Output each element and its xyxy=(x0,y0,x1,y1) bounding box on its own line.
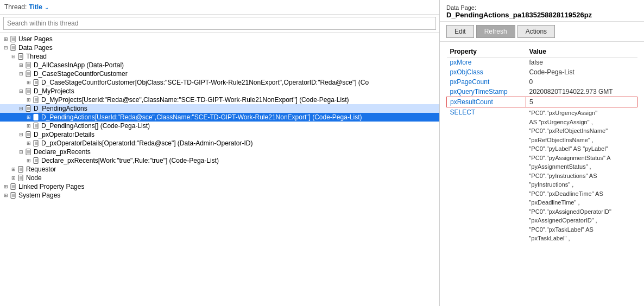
tree-item-label: D_PendingActions xyxy=(34,105,87,112)
tree-item-label: Requestor xyxy=(26,165,56,173)
data-page-name: D_PendingActions_pa1835258828119526pz xyxy=(446,11,637,19)
refresh-button[interactable]: Refresh xyxy=(476,25,515,38)
col-property: Property xyxy=(447,46,526,58)
tree-item-d-myprojects[interactable]: ⊟ D_MyProjects xyxy=(0,87,439,95)
tree-item-label: D_pxOperatorDetails xyxy=(34,131,94,138)
prop-value: 0 xyxy=(526,77,637,87)
expand-icon[interactable]: ⊟ xyxy=(17,131,25,138)
page-icon xyxy=(33,157,40,164)
tree-item-d-pendingactions-arr[interactable]: ⊞ D_PendingActions[] (Code-Pega-List) xyxy=(0,122,439,130)
tree-item-thread[interactable]: ⊟ Thread xyxy=(0,52,439,61)
prop-name: pxQueryTimeStamp xyxy=(447,87,526,97)
prop-value: 5 xyxy=(526,97,637,107)
expand-icon[interactable]: ⊟ xyxy=(17,105,25,112)
page-icon xyxy=(10,183,17,190)
expand-icon[interactable]: ⊞ xyxy=(25,96,33,104)
prop-link[interactable]: SELECT xyxy=(450,109,476,116)
prop-link[interactable]: pxObjClass xyxy=(450,68,483,76)
tree-item-linked-pages[interactable]: ⊞ Linked Property Pages xyxy=(0,182,439,191)
prop-value: false xyxy=(526,58,637,68)
expand-icon[interactable]: ⊟ xyxy=(17,148,25,156)
page-icon xyxy=(25,131,33,138)
tree-item-label: Node xyxy=(26,174,42,182)
expand-icon[interactable]: ⊞ xyxy=(25,113,33,121)
thread-title-link[interactable]: Title xyxy=(29,3,42,11)
tree-item-d-pxoperator-child[interactable]: ⊞ D_pxOperatorDetails[OperatorId:"Reda@s… xyxy=(0,139,439,148)
page-icon xyxy=(10,44,17,52)
prop-link[interactable]: pxPageCount xyxy=(450,78,490,86)
page-icon xyxy=(25,61,33,69)
prop-value: 20200820T194022.973 GMT xyxy=(526,87,637,97)
prop-link[interactable]: pxQueryTimeStamp xyxy=(450,88,508,95)
right-header: Data Page: D_PendingActions_pa1835258828… xyxy=(440,0,644,22)
expand-icon[interactable]: ⊟ xyxy=(10,53,17,60)
expand-icon[interactable]: ⊞ xyxy=(2,35,10,43)
tree-item-declare-recents[interactable]: ⊟ Declare_pxRecents xyxy=(0,148,439,156)
expand-icon[interactable]: ⊞ xyxy=(25,157,33,164)
thread-header: Thread: Title ⌄ xyxy=(0,0,439,15)
tree-item-d-allcases[interactable]: ⊞ D_AllCasesInApp (Data-Portal) xyxy=(0,61,439,69)
expand-icon[interactable]: ⊞ xyxy=(25,79,33,86)
page-icon xyxy=(25,105,33,112)
tree-item-requestor[interactable]: ⊞ Requestor xyxy=(0,165,439,174)
page-icon xyxy=(33,96,40,104)
search-input[interactable] xyxy=(3,17,436,30)
page-icon xyxy=(10,35,17,43)
table-row: pxQueryTimeStamp20200820T194022.973 GMT xyxy=(447,87,637,97)
tree-item-d-pendingactions[interactable]: ⊟ D_PendingActions xyxy=(0,104,439,113)
expand-icon[interactable]: ⊟ xyxy=(17,87,25,95)
prop-link[interactable]: pxMore xyxy=(450,59,472,66)
expand-icon[interactable]: ⊞ xyxy=(10,165,17,173)
tree-item-d-casestage[interactable]: ⊟ D_CaseStageCountforCustomer xyxy=(0,69,439,78)
right-panel: Data Page: D_PendingActions_pa1835258828… xyxy=(440,0,644,306)
edit-button[interactable]: Edit xyxy=(446,25,474,38)
tree-item-data-pages[interactable]: ⊟ Data Pages xyxy=(0,43,439,52)
thread-label: Thread: xyxy=(4,3,27,11)
tree-item-d-pxoperator[interactable]: ⊟ D_pxOperatorDetails xyxy=(0,130,439,139)
expand-icon[interactable]: ⊞ xyxy=(25,139,33,147)
properties-table: Property Value pxMorefalsepxObjClassCode… xyxy=(440,42,644,306)
actions-button[interactable]: Actions xyxy=(517,25,555,38)
data-page-label: Data Page: xyxy=(446,4,637,11)
expand-icon[interactable]: ⊟ xyxy=(17,70,25,78)
tree-item-label: D_AllCasesInApp (Data-Portal) xyxy=(34,61,124,69)
expand-icon[interactable]: ⊞ xyxy=(10,174,17,182)
tree-item-label: D_CaseStageCountforCustomer xyxy=(34,70,128,78)
expand-icon[interactable]: ⊟ xyxy=(2,44,10,52)
page-icon xyxy=(10,192,17,199)
prop-link[interactable]: pxResultCount xyxy=(450,98,493,106)
tree-item-label: Linked Property Pages xyxy=(18,183,84,190)
tree-item-label: System Pages xyxy=(18,192,60,199)
tree-item-user-pages[interactable]: ⊞ User Pages xyxy=(0,35,439,43)
tree-container: ⊞ User Pages⊟ Data Pages⊟ Thread⊞ D_AllC… xyxy=(0,33,439,306)
prop-name: pxResultCount xyxy=(447,97,526,107)
page-icon xyxy=(25,148,33,156)
prop-name: SELECT xyxy=(447,107,526,244)
right-toolbar: Edit Refresh Actions xyxy=(440,22,644,42)
prop-name: pxMore xyxy=(447,58,526,68)
expand-icon[interactable]: ⊞ xyxy=(25,122,33,130)
page-icon xyxy=(17,174,25,182)
tree-item-d-pendingactions-child[interactable]: ⊞ D_PendingActions[UserId:"Reda@sce",Cla… xyxy=(0,113,439,122)
tree-item-declare-recents-child[interactable]: ⊞ Declare_pxRecents[Work:"true",Rule:"tr… xyxy=(0,156,439,165)
tree-item-d-myprojects-child[interactable]: ⊞ D_MyProjects[UserId:"Reda@sce",ClassNa… xyxy=(0,95,439,104)
tree-item-label: D_pxOperatorDetails[OperatorId:"Reda@sce… xyxy=(41,139,253,147)
tree-item-node[interactable]: ⊞ Node xyxy=(0,174,439,182)
page-icon xyxy=(33,122,40,130)
table-row: pxPageCount0 xyxy=(447,77,637,87)
tree-item-label: D_MyProjects xyxy=(34,87,74,95)
page-icon xyxy=(17,53,25,60)
tree-item-d-casestage-child[interactable]: ⊞ D_CaseStageCountforCustomer[ObjClass:"… xyxy=(0,78,439,87)
tree-item-system-pages[interactable]: ⊞ System Pages xyxy=(0,191,439,200)
expand-icon[interactable]: ⊞ xyxy=(2,183,10,190)
tree-item-label: User Pages xyxy=(18,35,53,43)
tree-item-label: Declare_pxRecents[Work:"true",Rule:"true… xyxy=(41,157,219,164)
expand-icon[interactable]: ⊞ xyxy=(17,61,25,69)
col-value: Value xyxy=(526,46,637,58)
table-row: pxObjClassCode-Pega-List xyxy=(447,67,637,77)
tree-item-label: Data Pages xyxy=(18,44,53,52)
page-icon xyxy=(25,70,33,78)
prop-name: pxPageCount xyxy=(447,77,526,87)
expand-icon[interactable]: ⊞ xyxy=(2,192,10,199)
thread-chevron-icon[interactable]: ⌄ xyxy=(45,4,49,10)
